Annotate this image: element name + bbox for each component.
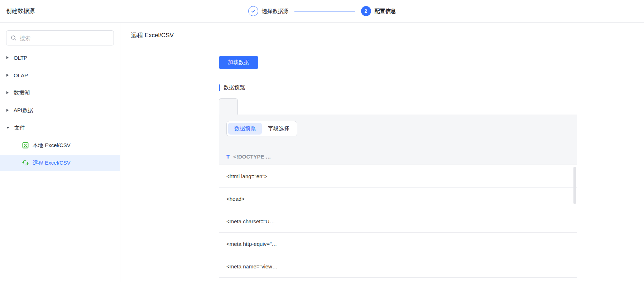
step-select-datasource: 选择数据源 [248,6,289,16]
sheet-tab[interactable] [219,98,238,115]
remote-file-icon [22,160,29,166]
vertical-scrollbar-thumb[interactable] [573,167,576,204]
section-accent-bar [219,84,220,91]
tab-data-preview[interactable]: 数据预览 [228,123,262,135]
sidebar-item-olap[interactable]: OLAP [0,67,120,83]
sidebar-item-datalake[interactable]: 数据湖 [0,85,120,101]
tree-item-label: 数据湖 [14,89,30,96]
tree-item-label: OLAP [14,72,28,78]
table-row: <meta charset="U… [219,210,577,233]
step-done-check-icon [248,6,258,16]
page-title: 创建数据源 [6,0,35,23]
tree-item-label: API数据 [14,107,33,114]
data-preview-section-header: 数据预览 [219,84,644,91]
preview-tabs: 数据预览 字段选择 [226,121,297,136]
step-label: 选择数据源 [262,8,289,15]
stepper: 选择数据源 2 配置信息 [248,6,396,16]
sidebar-item-api-data[interactable]: API数据 [0,102,120,118]
excel-file-icon [22,142,29,149]
sidebar-item-files[interactable]: 文件 [0,120,120,136]
top-header: 创建数据源 选择数据源 2 配置信息 [0,0,644,23]
tab-field-selection[interactable]: 字段选择 [262,123,295,135]
table-row-partial [219,278,577,282]
caret-right-icon [6,109,9,112]
caret-down-icon [6,127,9,129]
caret-right-icon [6,56,9,59]
tree-item-label: 文件 [14,125,25,131]
section-title: 数据预览 [224,84,245,91]
datasource-tree: OLTP OLAP 数据湖 API数据 文件 本地 [0,50,120,171]
table-row: <html lang="en"> [219,165,577,188]
tree-item-label: 本地 Excel/CSV [33,142,71,149]
step-number-badge: 2 [361,6,371,16]
step-label: 配置信息 [375,8,396,15]
search-box[interactable] [6,30,114,45]
text-type-icon: T [226,154,230,160]
preview-panel: 数据预览 字段选择 T <!DOCTYPE … <html lang="en">… [219,115,577,282]
table-row: <meta http-equiv="… [219,233,577,255]
table-row: <meta name="view… [219,255,577,278]
caret-right-icon [6,74,9,77]
search-input[interactable] [20,35,109,41]
tree-item-label: 远程 Excel/CSV [33,160,71,166]
table-column-header[interactable]: T <!DOCTYPE … [219,136,577,165]
search-icon [11,35,16,41]
step-configure-info: 2 配置信息 [361,6,396,16]
sidebar-item-remote-excel-csv[interactable]: 远程 Excel/CSV [0,155,120,171]
datasource-title: 远程 Excel/CSV [120,23,644,48]
datasource-sidebar: OLTP OLAP 数据湖 API数据 文件 本地 [0,23,120,282]
table-row: <head> [219,188,577,210]
caret-right-icon [6,91,9,94]
sidebar-item-local-excel-csv[interactable]: 本地 Excel/CSV [0,137,120,153]
main-panel: 远程 Excel/CSV 加载数据 数据预览 数据预览 字段选择 T <!DOC… [120,23,644,282]
tree-item-label: OLTP [14,55,27,61]
load-data-button[interactable]: 加载数据 [219,56,258,69]
sidebar-item-oltp[interactable]: OLTP [0,50,120,65]
column-header-label: <!DOCTYPE … [233,154,271,160]
step-connector-line [294,11,355,11]
